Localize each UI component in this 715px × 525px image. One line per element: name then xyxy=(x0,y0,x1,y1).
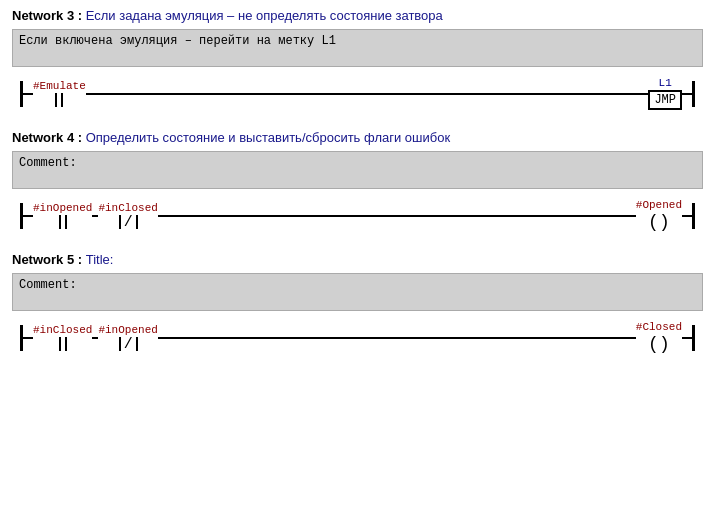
jmp-box: JMP xyxy=(648,90,682,110)
right-bus xyxy=(692,81,695,107)
right-bus xyxy=(692,325,695,351)
nc-slash-icon: / xyxy=(124,215,133,230)
h-line xyxy=(23,215,33,217)
spacer-line xyxy=(158,337,636,339)
network-title-3: Network 3 : Если задана эмуляция – не оп… xyxy=(12,8,703,23)
h-line xyxy=(23,93,33,95)
network-block-4: Network 4 : Определить состояние и выста… xyxy=(0,122,715,244)
contact-no xyxy=(57,215,69,229)
element-label: #Emulate xyxy=(33,80,86,92)
spacer-line xyxy=(158,215,636,217)
h-line xyxy=(23,337,33,339)
comment-box-4[interactable]: Comment: xyxy=(12,151,703,189)
network-title-4: Network 4 : Определить состояние и выста… xyxy=(12,130,703,145)
contact-no xyxy=(53,93,65,107)
rung-line: #inOpened#inClosed/#Opened() xyxy=(20,199,695,232)
contact-nc: / xyxy=(117,215,140,230)
comment-box-3[interactable]: Если включена эмуляция – перейти на метк… xyxy=(12,29,703,67)
element-label: #inOpened xyxy=(33,202,92,214)
contact-no xyxy=(57,337,69,351)
element-label: #inClosed xyxy=(98,202,157,214)
element-label: #Opened xyxy=(636,199,682,211)
nc-slash-icon: / xyxy=(124,337,133,352)
rung-line: #EmulateL1JMP xyxy=(20,77,695,110)
right-bus xyxy=(692,203,695,229)
network-block-5: Network 5 : Title:Comment:#inClosed#inOp… xyxy=(0,244,715,366)
coil: () xyxy=(648,212,670,232)
network-title-5: Network 5 : Title: xyxy=(12,252,703,267)
element-label: #Closed xyxy=(636,321,682,333)
comment-box-5[interactable]: Comment: xyxy=(12,273,703,311)
rung-line: #inClosed#inOpened/#Closed() xyxy=(20,321,695,354)
spacer-line xyxy=(86,93,649,95)
element-label: #inOpened xyxy=(98,324,157,336)
network-block-3: Network 3 : Если задана эмуляция – не оп… xyxy=(0,0,715,122)
element-label: L1 xyxy=(659,77,672,89)
h-line-right xyxy=(682,93,692,95)
rung-4-0: #inOpened#inClosed/#Opened() xyxy=(12,197,703,240)
rung-3-0: #EmulateL1JMP xyxy=(12,75,703,118)
element-label: #inClosed xyxy=(33,324,92,336)
contact-nc: / xyxy=(117,337,140,352)
coil: () xyxy=(648,334,670,354)
h-line-right xyxy=(682,215,692,217)
h-line-right xyxy=(682,337,692,339)
rung-5-0: #inClosed#inOpened/#Closed() xyxy=(12,319,703,362)
